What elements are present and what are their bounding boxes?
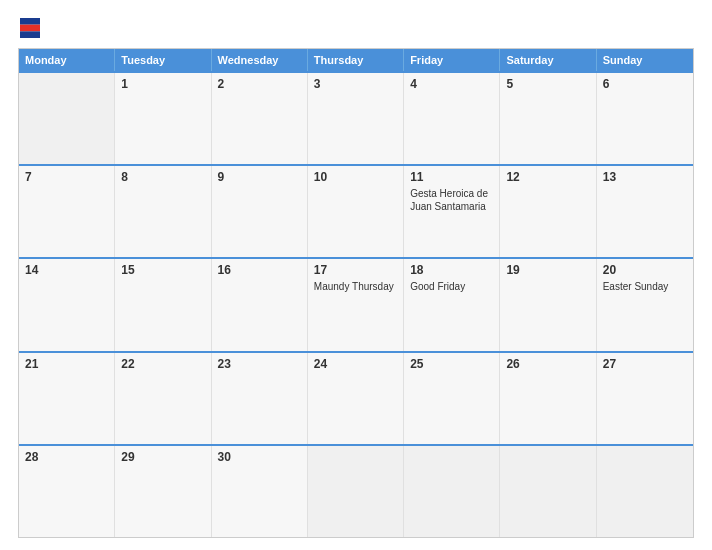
day-number: 25 (410, 357, 493, 371)
day-number: 22 (121, 357, 204, 371)
calendar-week-1: 123456 (19, 71, 693, 164)
day-number: 11 (410, 170, 493, 184)
calendar-cell: 9 (212, 166, 308, 257)
calendar-cell: 29 (115, 446, 211, 537)
calendar-cell: 18Good Friday (404, 259, 500, 350)
day-number: 17 (314, 263, 397, 277)
day-event: Maundy Thursday (314, 280, 397, 293)
day-number: 6 (603, 77, 687, 91)
calendar-cell: 28 (19, 446, 115, 537)
calendar-cell: 17Maundy Thursday (308, 259, 404, 350)
day-number: 2 (218, 77, 301, 91)
day-number: 28 (25, 450, 108, 464)
calendar-cell: 21 (19, 353, 115, 444)
day-number: 13 (603, 170, 687, 184)
cal-header-cell: Thursday (308, 49, 404, 71)
day-number: 23 (218, 357, 301, 371)
day-event: Gesta Heroica de Juan Santamaria (410, 187, 493, 213)
calendar-cell: 24 (308, 353, 404, 444)
calendar-cell (404, 446, 500, 537)
day-number: 16 (218, 263, 301, 277)
header (18, 18, 694, 38)
day-number: 30 (218, 450, 301, 464)
calendar-cell: 25 (404, 353, 500, 444)
calendar-cell: 27 (597, 353, 693, 444)
calendar-cell: 1 (115, 73, 211, 164)
calendar-cell (500, 446, 596, 537)
calendar-cell: 7 (19, 166, 115, 257)
calendar-cell: 16 (212, 259, 308, 350)
calendar: MondayTuesdayWednesdayThursdayFridaySatu… (18, 48, 694, 538)
calendar-cell: 4 (404, 73, 500, 164)
svg-rect-2 (20, 31, 40, 38)
day-number: 18 (410, 263, 493, 277)
calendar-cell: 6 (597, 73, 693, 164)
calendar-week-3: 14151617Maundy Thursday18Good Friday1920… (19, 257, 693, 350)
cal-header-cell: Saturday (500, 49, 596, 71)
day-number: 7 (25, 170, 108, 184)
day-number: 21 (25, 357, 108, 371)
calendar-week-5: 282930 (19, 444, 693, 537)
calendar-cell: 5 (500, 73, 596, 164)
day-number: 3 (314, 77, 397, 91)
calendar-cell: 30 (212, 446, 308, 537)
cal-header-cell: Friday (404, 49, 500, 71)
cal-header-cell: Monday (19, 49, 115, 71)
day-number: 4 (410, 77, 493, 91)
day-number: 9 (218, 170, 301, 184)
logo-flag-icon (20, 18, 40, 38)
day-number: 20 (603, 263, 687, 277)
calendar-cell: 11Gesta Heroica de Juan Santamaria (404, 166, 500, 257)
day-number: 19 (506, 263, 589, 277)
day-number: 24 (314, 357, 397, 371)
calendar-cell (597, 446, 693, 537)
calendar-cell: 20Easter Sunday (597, 259, 693, 350)
calendar-week-4: 21222324252627 (19, 351, 693, 444)
cal-header-cell: Tuesday (115, 49, 211, 71)
calendar-header-row: MondayTuesdayWednesdayThursdayFridaySatu… (19, 49, 693, 71)
calendar-cell (308, 446, 404, 537)
cal-header-cell: Wednesday (212, 49, 308, 71)
svg-rect-1 (20, 25, 40, 32)
day-number: 14 (25, 263, 108, 277)
day-number: 8 (121, 170, 204, 184)
calendar-cell: 12 (500, 166, 596, 257)
calendar-cell: 23 (212, 353, 308, 444)
calendar-cell: 3 (308, 73, 404, 164)
day-number: 1 (121, 77, 204, 91)
cal-header-cell: Sunday (597, 49, 693, 71)
day-event: Good Friday (410, 280, 493, 293)
calendar-cell: 10 (308, 166, 404, 257)
day-number: 10 (314, 170, 397, 184)
day-number: 29 (121, 450, 204, 464)
day-number: 26 (506, 357, 589, 371)
svg-rect-0 (20, 18, 40, 25)
calendar-cell: 15 (115, 259, 211, 350)
calendar-cell: 22 (115, 353, 211, 444)
day-number: 15 (121, 263, 204, 277)
calendar-cell: 26 (500, 353, 596, 444)
calendar-cell: 19 (500, 259, 596, 350)
calendar-cell: 13 (597, 166, 693, 257)
page: MondayTuesdayWednesdayThursdayFridaySatu… (0, 0, 712, 550)
day-event: Easter Sunday (603, 280, 687, 293)
calendar-body: 1234567891011Gesta Heroica de Juan Santa… (19, 71, 693, 537)
calendar-week-2: 7891011Gesta Heroica de Juan Santamaria1… (19, 164, 693, 257)
day-number: 5 (506, 77, 589, 91)
calendar-cell (19, 73, 115, 164)
day-number: 12 (506, 170, 589, 184)
calendar-cell: 2 (212, 73, 308, 164)
logo (18, 18, 40, 38)
calendar-cell: 14 (19, 259, 115, 350)
day-number: 27 (603, 357, 687, 371)
calendar-cell: 8 (115, 166, 211, 257)
